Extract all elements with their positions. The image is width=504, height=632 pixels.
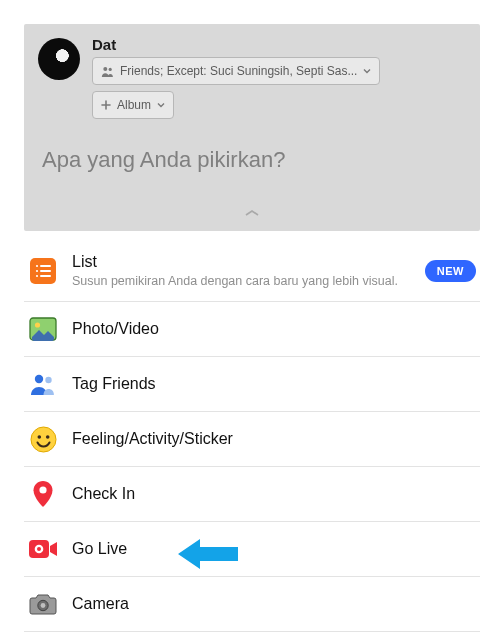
svg-point-0 bbox=[103, 67, 107, 71]
composer-header: Dat Friends; Except: Suci Suningsih, Sep… bbox=[38, 36, 466, 119]
audience-selector[interactable]: Friends; Except: Suci Suningsih, Septi S… bbox=[92, 57, 380, 85]
menu-item-title: Feeling/Activity/Sticker bbox=[72, 430, 476, 448]
svg-point-13 bbox=[31, 427, 56, 452]
svg-point-5 bbox=[36, 270, 38, 272]
svg-point-11 bbox=[35, 375, 43, 383]
menu-item-go-live[interactable]: Go Live bbox=[24, 522, 480, 577]
live-icon bbox=[28, 534, 58, 564]
chevron-down-icon bbox=[363, 67, 371, 75]
user-name: Dat bbox=[92, 36, 466, 53]
menu-item-title: Go Live bbox=[72, 540, 476, 558]
svg-point-10 bbox=[35, 323, 40, 328]
checkin-icon bbox=[28, 479, 58, 509]
attachment-menu: List Susun pemikiran Anda dengan cara ba… bbox=[24, 241, 480, 632]
composer-placeholder[interactable]: Apa yang Anda pikirkan? bbox=[42, 147, 462, 173]
photo-icon bbox=[28, 314, 58, 344]
chevron-down-icon bbox=[157, 101, 165, 109]
plus-icon bbox=[101, 100, 111, 110]
audience-label: Friends; Except: Suci Suningsih, Septi S… bbox=[120, 64, 357, 78]
camera-icon bbox=[28, 589, 58, 619]
tag-icon bbox=[28, 369, 58, 399]
svg-point-12 bbox=[45, 377, 51, 383]
feeling-icon bbox=[28, 424, 58, 454]
svg-point-14 bbox=[37, 435, 41, 439]
menu-item-photo-video[interactable]: Photo/Video bbox=[24, 302, 480, 357]
album-selector[interactable]: Album bbox=[92, 91, 174, 119]
menu-item-check-in[interactable]: Check In bbox=[24, 467, 480, 522]
new-badge: NEW bbox=[425, 260, 476, 282]
collapse-toggle[interactable] bbox=[38, 203, 466, 223]
svg-point-15 bbox=[45, 435, 49, 439]
menu-item-feeling[interactable]: Feeling/Activity/Sticker bbox=[24, 412, 480, 467]
chevron-up-icon bbox=[243, 208, 261, 218]
menu-item-title: Tag Friends bbox=[72, 375, 476, 393]
friends-icon bbox=[101, 66, 114, 77]
svg-point-21 bbox=[41, 603, 46, 608]
menu-item-subtitle: Susun pemikiran Anda dengan cara baru ya… bbox=[72, 273, 425, 289]
menu-item-title: Photo/Video bbox=[72, 320, 476, 338]
svg-point-19 bbox=[37, 547, 41, 551]
svg-point-3 bbox=[36, 265, 38, 267]
menu-item-camera[interactable]: Camera bbox=[24, 577, 480, 632]
album-label: Album bbox=[117, 98, 151, 112]
svg-point-16 bbox=[39, 487, 46, 494]
menu-item-title: Camera bbox=[72, 595, 476, 613]
list-icon bbox=[28, 256, 58, 286]
composer-pane: Dat Friends; Except: Suci Suningsih, Sep… bbox=[24, 24, 480, 231]
avatar[interactable] bbox=[38, 38, 80, 80]
svg-point-1 bbox=[109, 67, 112, 70]
menu-item-list[interactable]: List Susun pemikiran Anda dengan cara ba… bbox=[24, 241, 480, 302]
svg-point-7 bbox=[36, 275, 38, 277]
pointer-arrow-icon bbox=[178, 537, 238, 571]
menu-item-tag-friends[interactable]: Tag Friends bbox=[24, 357, 480, 412]
menu-item-title: List bbox=[72, 253, 425, 271]
menu-item-title: Check In bbox=[72, 485, 476, 503]
